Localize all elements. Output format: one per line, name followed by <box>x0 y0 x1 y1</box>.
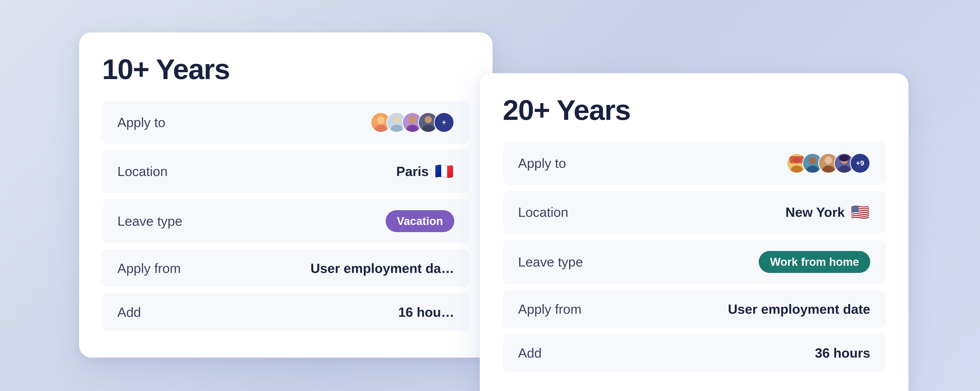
svg-point-1 <box>377 116 385 124</box>
field-row-leave-back: Leave type Vacation <box>102 199 469 243</box>
field-row-apply-to-back: Apply to <box>102 101 469 144</box>
value-add-back: 16 hou… <box>398 305 454 320</box>
svg-point-10 <box>425 116 432 123</box>
field-row-add-back: Add 16 hou… <box>102 293 469 331</box>
svg-point-7 <box>409 116 416 123</box>
label-location-back: Location <box>118 164 168 179</box>
svg-point-20 <box>824 157 832 164</box>
avatar-group-back: + <box>371 112 454 133</box>
field-row-location-back: Location Paris 🇫🇷 <box>102 150 469 193</box>
value-location-back: Paris 🇫🇷 <box>396 161 454 181</box>
avatar-group-front: +9 <box>787 153 870 173</box>
value-location-front: New York 🇺🇸 <box>786 202 870 223</box>
card-front: 20+ Years Apply to <box>480 73 908 391</box>
svg-rect-14 <box>790 156 804 163</box>
value-apply-from-back: User employment da… <box>310 261 455 276</box>
value-apply-from-front: User employment date <box>728 302 870 317</box>
field-row-add-front: Add 36 hours <box>503 334 886 372</box>
label-add-front: Add <box>518 345 542 361</box>
field-row-apply-from-front: Apply from User employment date <box>503 290 886 328</box>
svg-point-17 <box>809 157 816 164</box>
card-back: 10+ Years Apply to <box>79 32 493 358</box>
value-apply-to-back: + <box>371 112 454 133</box>
card-back-title: 10+ Years <box>102 53 469 86</box>
label-leave-back: Leave type <box>118 213 182 229</box>
add-text-back: 16 hou… <box>398 305 454 320</box>
avatar-count-back: + <box>434 112 454 133</box>
flag-front: 🇺🇸 <box>850 202 870 223</box>
value-apply-to-front: +9 <box>787 153 870 173</box>
field-row-leave-front: Leave type Work from home <box>503 240 886 284</box>
label-location-front: Location <box>518 205 568 220</box>
field-row-apply-to-front: Apply to <box>503 142 886 185</box>
avatar-count-front: +9 <box>850 153 870 173</box>
location-text-back: Paris <box>396 164 429 179</box>
location-text-front: New York <box>786 205 845 220</box>
flag-back: 🇫🇷 <box>434 161 454 181</box>
badge-leave-front: Work from home <box>759 251 870 273</box>
label-apply-to-front: Apply to <box>518 156 566 171</box>
label-add-back: Add <box>118 305 141 320</box>
field-row-apply-from-back: Apply from User employment da… <box>102 250 469 287</box>
value-leave-back: Vacation <box>386 210 454 232</box>
label-apply-from-front: Apply from <box>518 302 582 317</box>
apply-from-text-front: User employment date <box>728 302 870 317</box>
card-front-title: 20+ Years <box>503 94 886 127</box>
svg-point-25 <box>839 154 850 161</box>
scene: 10+ Years Apply to <box>56 17 924 374</box>
value-leave-front: Work from home <box>759 251 870 273</box>
value-add-front: 36 hours <box>815 345 870 361</box>
svg-point-4 <box>393 116 400 123</box>
apply-from-text-back: User employment da… <box>310 261 455 276</box>
badge-leave-back: Vacation <box>386 210 454 232</box>
label-leave-front: Leave type <box>518 254 583 270</box>
label-apply-from-back: Apply from <box>118 261 181 276</box>
add-text-front: 36 hours <box>815 345 870 361</box>
field-row-location-front: Location New York 🇺🇸 <box>503 191 886 234</box>
label-apply-to-back: Apply to <box>118 115 165 130</box>
